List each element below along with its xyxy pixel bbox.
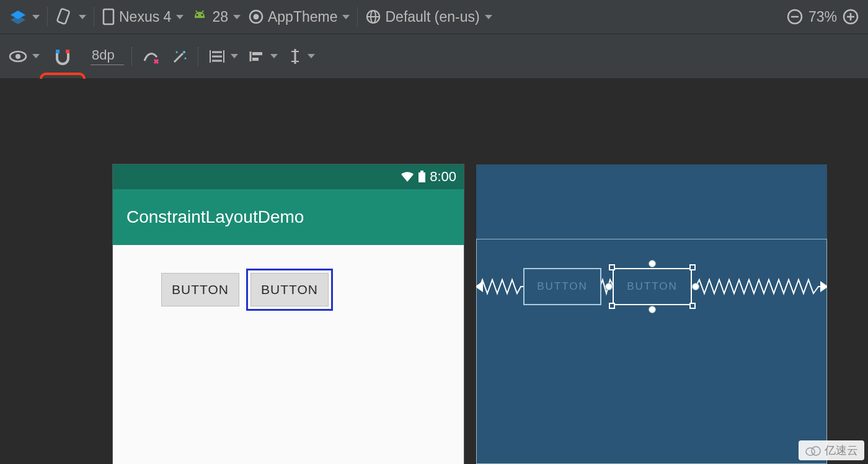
status-bar: 8:00 bbox=[113, 164, 464, 189]
svg-rect-20 bbox=[56, 50, 60, 53]
zoom-out-icon[interactable] bbox=[786, 8, 804, 25]
device-preview[interactable]: 8:00 ConstraintLayoutDemo BUTTON BUTTON bbox=[113, 164, 464, 464]
svg-rect-31 bbox=[252, 58, 259, 61]
blueprint-preview[interactable]: BUTTON BUTTON bbox=[476, 164, 827, 464]
svg-rect-30 bbox=[252, 52, 262, 55]
main-toolbar: Nexus 4 28 AppTheme Default (en-us) 73% bbox=[0, 0, 868, 34]
constraint-handle-left[interactable] bbox=[605, 283, 613, 290]
resize-handle-tl[interactable] bbox=[609, 264, 615, 270]
clear-constraints-button[interactable] bbox=[140, 47, 163, 66]
android-icon bbox=[191, 8, 208, 25]
chevron-down-icon bbox=[32, 15, 40, 19]
zoom-value: 73% bbox=[808, 9, 837, 25]
separator bbox=[94, 7, 94, 26]
constraint-handle-right[interactable] bbox=[692, 283, 699, 290]
svg-line-7 bbox=[202, 11, 203, 12]
blueprint-button-2[interactable]: BUTTON bbox=[613, 268, 692, 305]
resize-handle-tr[interactable] bbox=[689, 264, 696, 270]
preview-button-2[interactable]: BUTTON bbox=[250, 273, 329, 306]
svg-rect-3 bbox=[104, 9, 113, 24]
wifi-icon bbox=[401, 171, 414, 182]
preview-button-1[interactable]: BUTTON bbox=[161, 273, 239, 306]
locale-dropdown[interactable]: Default (en-us) bbox=[363, 7, 494, 27]
theme-dropdown[interactable]: AppTheme bbox=[246, 7, 353, 27]
view-options-dropdown[interactable] bbox=[6, 48, 42, 65]
eye-icon bbox=[9, 49, 27, 64]
svg-point-4 bbox=[197, 14, 198, 16]
clock-text: 8:00 bbox=[430, 169, 456, 185]
chevron-down-icon bbox=[231, 54, 238, 58]
svg-marker-37 bbox=[476, 282, 482, 291]
pack-dropdown[interactable] bbox=[206, 47, 241, 66]
svg-rect-21 bbox=[66, 50, 69, 53]
cloud-icon bbox=[805, 445, 821, 456]
svg-point-9 bbox=[253, 14, 259, 20]
blueprint-button-1[interactable]: BUTTON bbox=[523, 268, 601, 305]
zoom-controls: 73% bbox=[786, 8, 862, 25]
constraint-spring-left bbox=[476, 277, 525, 296]
svg-point-5 bbox=[202, 14, 203, 16]
constraint-handle-bottom[interactable] bbox=[649, 306, 656, 313]
chevron-down-icon bbox=[342, 15, 350, 19]
globe-icon bbox=[365, 9, 381, 25]
infer-constraints-button[interactable] bbox=[168, 47, 190, 66]
resize-handle-bl[interactable] bbox=[609, 303, 615, 309]
design-toolbar: 8dp bbox=[0, 34, 868, 79]
guidelines-dropdown[interactable] bbox=[285, 47, 317, 66]
watermark: 亿速云 bbox=[799, 440, 864, 460]
svg-line-6 bbox=[196, 11, 197, 12]
design-canvas[interactable]: 8:00 ConstraintLayoutDemo BUTTON BUTTON … bbox=[0, 79, 868, 464]
battery-icon bbox=[418, 171, 426, 183]
align-dropdown[interactable] bbox=[246, 48, 280, 65]
layout-content[interactable]: BUTTON BUTTON bbox=[113, 245, 464, 464]
app-bar: ConstraintLayoutDemo bbox=[113, 189, 464, 245]
pack-icon bbox=[208, 48, 226, 65]
theme-label: AppTheme bbox=[268, 9, 338, 25]
magic-wand-icon bbox=[170, 48, 188, 65]
guideline-icon bbox=[288, 48, 303, 65]
autoconnect-toggle[interactable] bbox=[47, 43, 78, 69]
svg-rect-36 bbox=[420, 171, 423, 172]
svg-point-25 bbox=[185, 57, 187, 59]
chevron-down-icon bbox=[233, 15, 241, 19]
align-icon bbox=[248, 49, 265, 64]
separator bbox=[47, 7, 48, 26]
chevron-down-icon bbox=[176, 15, 184, 19]
resize-handle-br[interactable] bbox=[689, 303, 696, 309]
locale-label: Default (en-us) bbox=[385, 9, 479, 25]
device-label: Nexus 4 bbox=[119, 9, 171, 25]
rotate-icon bbox=[55, 7, 74, 26]
default-margin-input[interactable]: 8dp bbox=[91, 47, 124, 65]
theme-icon bbox=[248, 9, 264, 25]
svg-marker-38 bbox=[821, 282, 827, 291]
device-dropdown[interactable]: Nexus 4 bbox=[99, 6, 186, 27]
svg-point-40 bbox=[812, 447, 820, 455]
layers-icon bbox=[9, 7, 27, 26]
svg-point-23 bbox=[183, 51, 185, 53]
svg-marker-1 bbox=[11, 16, 25, 24]
clear-constraints-icon bbox=[142, 48, 161, 65]
zoom-in-icon[interactable] bbox=[842, 8, 859, 25]
phone-icon bbox=[102, 7, 115, 26]
separator bbox=[198, 47, 198, 66]
app-title: ConstraintLayoutDemo bbox=[126, 207, 304, 227]
svg-point-19 bbox=[16, 54, 20, 59]
orientation-dropdown[interactable] bbox=[53, 6, 89, 27]
separator bbox=[131, 47, 132, 66]
chevron-down-icon bbox=[270, 54, 278, 58]
api-dropdown[interactable]: 28 bbox=[188, 7, 243, 27]
separator bbox=[357, 7, 358, 26]
watermark-text: 亿速云 bbox=[825, 443, 858, 458]
magnet-icon bbox=[52, 47, 73, 66]
chevron-down-icon bbox=[79, 15, 86, 19]
chevron-down-icon bbox=[485, 15, 492, 19]
chevron-down-icon bbox=[32, 54, 40, 58]
svg-rect-2 bbox=[57, 9, 70, 24]
constraint-handle-top[interactable] bbox=[649, 260, 656, 267]
surfaces-dropdown[interactable] bbox=[6, 6, 42, 27]
chevron-down-icon bbox=[308, 54, 315, 58]
svg-line-22 bbox=[174, 53, 183, 62]
api-label: 28 bbox=[212, 9, 228, 25]
svg-point-24 bbox=[176, 51, 178, 53]
svg-rect-35 bbox=[418, 172, 425, 182]
